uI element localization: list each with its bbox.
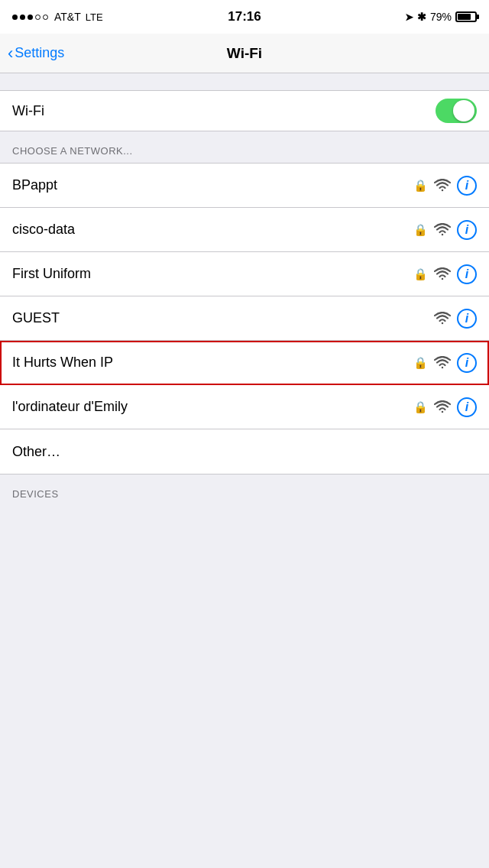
wifi-icon-guest: [434, 312, 451, 326]
wifi-icon-cisco-data: [434, 223, 451, 237]
signal-dots: [12, 15, 48, 20]
status-time: 17:16: [228, 9, 261, 24]
status-left: AT&T LTE: [12, 11, 134, 23]
wifi-toggle-group: Wi-Fi: [0, 90, 489, 131]
network-row-first-uniform[interactable]: First Uniform 🔒 i: [0, 252, 489, 296]
network-list: BPappt 🔒 i cisco-data 🔒: [0, 163, 489, 474]
battery-icon: [455, 11, 477, 22]
info-icon-cisco-data: i: [465, 223, 468, 237]
back-chevron-icon: ‹: [8, 44, 13, 63]
info-icon-first-uniform: i: [465, 267, 468, 281]
choose-network-header: CHOOSE A NETWORK...: [0, 131, 489, 163]
network-icons-guest: i: [434, 309, 477, 329]
wifi-icon-it-hurts: [434, 356, 451, 370]
navigation-bar: ‹ Settings Wi-Fi: [0, 34, 489, 73]
network-icons-it-hurts: 🔒 i: [413, 353, 477, 373]
info-icon-it-hurts: i: [465, 356, 468, 370]
network-name-bpappt: BPappt: [12, 177, 413, 193]
network-icons-bpappt: 🔒 i: [413, 176, 477, 196]
info-icon-guest: i: [465, 312, 468, 326]
signal-dot-3: [28, 15, 33, 20]
info-icon-bpappt: i: [465, 179, 468, 193]
info-button-bpappt[interactable]: i: [457, 176, 477, 196]
network-type-label: LTE: [86, 11, 103, 23]
network-name-guest: GUEST: [12, 310, 434, 326]
info-icon-lordinateur: i: [465, 400, 468, 414]
signal-dot-4: [35, 15, 40, 20]
network-row-guest[interactable]: GUEST i: [0, 296, 489, 341]
lock-icon-bpappt: 🔒: [413, 179, 428, 193]
wifi-icon-bpappt: [434, 179, 451, 193]
info-button-it-hurts[interactable]: i: [457, 353, 477, 373]
back-button[interactable]: ‹ Settings: [8, 44, 64, 63]
lock-icon-cisco-data: 🔒: [413, 223, 428, 237]
lock-icon-first-uniform: 🔒: [413, 267, 428, 281]
wifi-icon-lordinateur: [434, 400, 451, 414]
network-name-it-hurts: It Hurts When IP: [12, 355, 413, 371]
lock-icon-it-hurts: 🔒: [413, 356, 428, 370]
toggle-knob: [453, 100, 474, 121]
network-row-other[interactable]: Other…: [0, 429, 489, 474]
carrier-label: AT&T: [54, 11, 81, 23]
wifi-toggle-row[interactable]: Wi-Fi: [0, 91, 489, 131]
signal-dot-2: [20, 15, 25, 20]
signal-dot-5: [43, 15, 48, 20]
network-row-it-hurts[interactable]: It Hurts When IP 🔒 i: [0, 341, 489, 385]
back-button-label: Settings: [15, 45, 64, 61]
network-icons-lordinateur: 🔒 i: [413, 397, 477, 417]
wifi-icon-first-uniform: [434, 267, 451, 281]
battery-fill: [458, 14, 471, 20]
network-row-lordinateur[interactable]: l'ordinateur d'Emily 🔒 i: [0, 385, 489, 429]
network-name-cisco-data: cisco-data: [12, 222, 413, 238]
page-title: Wi-Fi: [227, 45, 262, 62]
bluetooth-icon: ✱: [417, 11, 426, 23]
devices-header: DEVICES: [0, 474, 489, 506]
network-row-bpappt[interactable]: BPappt 🔒 i: [0, 164, 489, 208]
status-bar: AT&T LTE 17:16 ➤ ✱ 79%: [0, 0, 489, 34]
network-name-other: Other…: [12, 444, 477, 460]
network-icons-cisco-data: 🔒 i: [413, 220, 477, 240]
info-button-lordinateur[interactable]: i: [457, 397, 477, 417]
info-button-cisco-data[interactable]: i: [457, 220, 477, 240]
signal-dot-1: [12, 15, 18, 20]
battery-percentage: 79%: [430, 11, 452, 23]
network-name-first-uniform: First Uniform: [12, 266, 413, 282]
wifi-toggle-label: Wi-Fi: [12, 103, 44, 119]
info-button-guest[interactable]: i: [457, 309, 477, 329]
lock-icon-lordinateur: 🔒: [413, 400, 428, 414]
location-icon: ➤: [405, 11, 413, 23]
network-icons-first-uniform: 🔒 i: [413, 264, 477, 284]
spacer-top: [0, 73, 489, 90]
network-name-lordinateur: l'ordinateur d'Emily: [12, 399, 413, 415]
status-right: ➤ ✱ 79%: [355, 11, 477, 23]
network-row-cisco-data[interactable]: cisco-data 🔒 i: [0, 208, 489, 252]
wifi-toggle-switch[interactable]: [436, 99, 477, 123]
info-button-first-uniform[interactable]: i: [457, 264, 477, 284]
